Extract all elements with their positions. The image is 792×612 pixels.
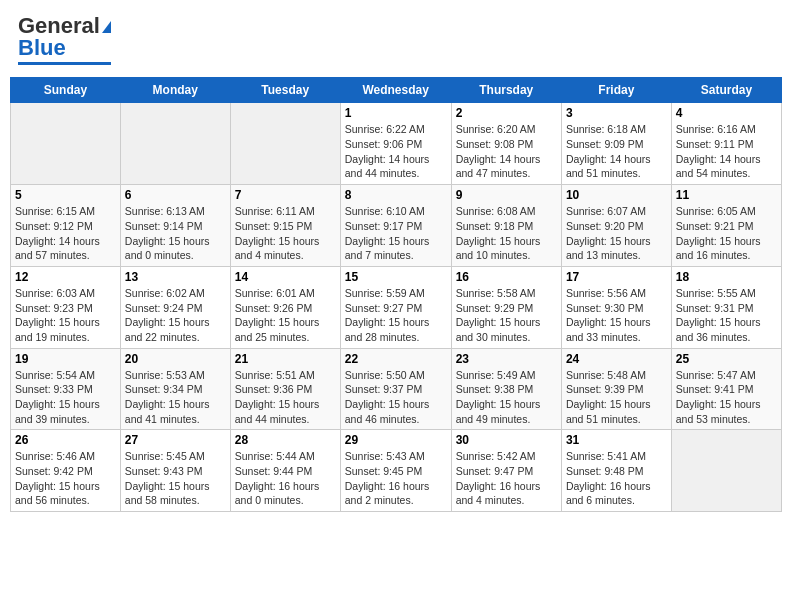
- day-number: 17: [566, 270, 667, 284]
- calendar-day-cell: 1Sunrise: 6:22 AMSunset: 9:06 PMDaylight…: [340, 103, 451, 185]
- calendar-day-cell: 5Sunrise: 6:15 AMSunset: 9:12 PMDaylight…: [11, 185, 121, 267]
- day-number: 14: [235, 270, 336, 284]
- day-info: Sunrise: 6:22 AMSunset: 9:06 PMDaylight:…: [345, 122, 447, 181]
- day-header: Friday: [561, 78, 671, 103]
- day-number: 18: [676, 270, 777, 284]
- day-info: Sunrise: 6:02 AMSunset: 9:24 PMDaylight:…: [125, 286, 226, 345]
- day-header: Saturday: [671, 78, 781, 103]
- day-header: Monday: [120, 78, 230, 103]
- day-info: Sunrise: 5:51 AMSunset: 9:36 PMDaylight:…: [235, 368, 336, 427]
- calendar-day-cell: 19Sunrise: 5:54 AMSunset: 9:33 PMDayligh…: [11, 348, 121, 430]
- day-info: Sunrise: 5:43 AMSunset: 9:45 PMDaylight:…: [345, 449, 447, 508]
- day-number: 7: [235, 188, 336, 202]
- calendar-day-cell: 18Sunrise: 5:55 AMSunset: 9:31 PMDayligh…: [671, 266, 781, 348]
- calendar-week-row: 1Sunrise: 6:22 AMSunset: 9:06 PMDaylight…: [11, 103, 782, 185]
- calendar-week-row: 26Sunrise: 5:46 AMSunset: 9:42 PMDayligh…: [11, 430, 782, 512]
- day-number: 22: [345, 352, 447, 366]
- day-info: Sunrise: 5:48 AMSunset: 9:39 PMDaylight:…: [566, 368, 667, 427]
- calendar-day-cell: 28Sunrise: 5:44 AMSunset: 9:44 PMDayligh…: [230, 430, 340, 512]
- day-number: 11: [676, 188, 777, 202]
- calendar-day-cell: 20Sunrise: 5:53 AMSunset: 9:34 PMDayligh…: [120, 348, 230, 430]
- day-number: 16: [456, 270, 557, 284]
- day-info: Sunrise: 6:13 AMSunset: 9:14 PMDaylight:…: [125, 204, 226, 263]
- day-number: 28: [235, 433, 336, 447]
- day-info: Sunrise: 5:53 AMSunset: 9:34 PMDaylight:…: [125, 368, 226, 427]
- calendar-day-cell: 15Sunrise: 5:59 AMSunset: 9:27 PMDayligh…: [340, 266, 451, 348]
- calendar-day-cell: 13Sunrise: 6:02 AMSunset: 9:24 PMDayligh…: [120, 266, 230, 348]
- calendar-week-row: 5Sunrise: 6:15 AMSunset: 9:12 PMDaylight…: [11, 185, 782, 267]
- day-number: 10: [566, 188, 667, 202]
- calendar-day-cell: 11Sunrise: 6:05 AMSunset: 9:21 PMDayligh…: [671, 185, 781, 267]
- calendar-day-cell: 17Sunrise: 5:56 AMSunset: 9:30 PMDayligh…: [561, 266, 671, 348]
- day-info: Sunrise: 6:10 AMSunset: 9:17 PMDaylight:…: [345, 204, 447, 263]
- day-info: Sunrise: 6:05 AMSunset: 9:21 PMDaylight:…: [676, 204, 777, 263]
- calendar-day-cell: 14Sunrise: 6:01 AMSunset: 9:26 PMDayligh…: [230, 266, 340, 348]
- day-info: Sunrise: 5:54 AMSunset: 9:33 PMDaylight:…: [15, 368, 116, 427]
- calendar-day-cell: 6Sunrise: 6:13 AMSunset: 9:14 PMDaylight…: [120, 185, 230, 267]
- calendar-day-cell: 7Sunrise: 6:11 AMSunset: 9:15 PMDaylight…: [230, 185, 340, 267]
- calendar-day-cell: 27Sunrise: 5:45 AMSunset: 9:43 PMDayligh…: [120, 430, 230, 512]
- day-header: Tuesday: [230, 78, 340, 103]
- day-info: Sunrise: 5:47 AMSunset: 9:41 PMDaylight:…: [676, 368, 777, 427]
- day-info: Sunrise: 6:11 AMSunset: 9:15 PMDaylight:…: [235, 204, 336, 263]
- day-info: Sunrise: 6:08 AMSunset: 9:18 PMDaylight:…: [456, 204, 557, 263]
- day-info: Sunrise: 5:49 AMSunset: 9:38 PMDaylight:…: [456, 368, 557, 427]
- calendar-day-cell: 23Sunrise: 5:49 AMSunset: 9:38 PMDayligh…: [451, 348, 561, 430]
- page-header: General Blue: [10, 10, 782, 69]
- day-number: 23: [456, 352, 557, 366]
- calendar-day-cell: 4Sunrise: 6:16 AMSunset: 9:11 PMDaylight…: [671, 103, 781, 185]
- day-number: 30: [456, 433, 557, 447]
- day-info: Sunrise: 6:18 AMSunset: 9:09 PMDaylight:…: [566, 122, 667, 181]
- day-info: Sunrise: 6:16 AMSunset: 9:11 PMDaylight:…: [676, 122, 777, 181]
- day-info: Sunrise: 5:44 AMSunset: 9:44 PMDaylight:…: [235, 449, 336, 508]
- calendar-day-cell: 29Sunrise: 5:43 AMSunset: 9:45 PMDayligh…: [340, 430, 451, 512]
- day-info: Sunrise: 6:03 AMSunset: 9:23 PMDaylight:…: [15, 286, 116, 345]
- calendar-day-cell: 25Sunrise: 5:47 AMSunset: 9:41 PMDayligh…: [671, 348, 781, 430]
- day-number: 27: [125, 433, 226, 447]
- day-number: 12: [15, 270, 116, 284]
- calendar-day-cell: [120, 103, 230, 185]
- day-number: 13: [125, 270, 226, 284]
- day-number: 9: [456, 188, 557, 202]
- logo-line: [18, 62, 111, 65]
- day-info: Sunrise: 6:07 AMSunset: 9:20 PMDaylight:…: [566, 204, 667, 263]
- calendar-day-cell: [11, 103, 121, 185]
- calendar-day-cell: 16Sunrise: 5:58 AMSunset: 9:29 PMDayligh…: [451, 266, 561, 348]
- calendar-day-cell: 26Sunrise: 5:46 AMSunset: 9:42 PMDayligh…: [11, 430, 121, 512]
- day-info: Sunrise: 5:46 AMSunset: 9:42 PMDaylight:…: [15, 449, 116, 508]
- calendar-day-cell: 22Sunrise: 5:50 AMSunset: 9:37 PMDayligh…: [340, 348, 451, 430]
- day-header: Sunday: [11, 78, 121, 103]
- day-info: Sunrise: 6:01 AMSunset: 9:26 PMDaylight:…: [235, 286, 336, 345]
- day-info: Sunrise: 5:41 AMSunset: 9:48 PMDaylight:…: [566, 449, 667, 508]
- day-number: 8: [345, 188, 447, 202]
- calendar-day-cell: [230, 103, 340, 185]
- day-header: Thursday: [451, 78, 561, 103]
- calendar-day-cell: 24Sunrise: 5:48 AMSunset: 9:39 PMDayligh…: [561, 348, 671, 430]
- day-number: 4: [676, 106, 777, 120]
- calendar-day-cell: [671, 430, 781, 512]
- day-number: 26: [15, 433, 116, 447]
- logo-blue-text: Blue: [18, 36, 66, 60]
- calendar-day-cell: 21Sunrise: 5:51 AMSunset: 9:36 PMDayligh…: [230, 348, 340, 430]
- day-number: 15: [345, 270, 447, 284]
- calendar-day-cell: 9Sunrise: 6:08 AMSunset: 9:18 PMDaylight…: [451, 185, 561, 267]
- calendar-day-cell: 30Sunrise: 5:42 AMSunset: 9:47 PMDayligh…: [451, 430, 561, 512]
- day-info: Sunrise: 5:55 AMSunset: 9:31 PMDaylight:…: [676, 286, 777, 345]
- day-number: 21: [235, 352, 336, 366]
- calendar-day-cell: 12Sunrise: 6:03 AMSunset: 9:23 PMDayligh…: [11, 266, 121, 348]
- calendar-day-cell: 10Sunrise: 6:07 AMSunset: 9:20 PMDayligh…: [561, 185, 671, 267]
- calendar-day-cell: 8Sunrise: 6:10 AMSunset: 9:17 PMDaylight…: [340, 185, 451, 267]
- calendar-week-row: 12Sunrise: 6:03 AMSunset: 9:23 PMDayligh…: [11, 266, 782, 348]
- day-number: 6: [125, 188, 226, 202]
- day-info: Sunrise: 5:56 AMSunset: 9:30 PMDaylight:…: [566, 286, 667, 345]
- day-info: Sunrise: 5:45 AMSunset: 9:43 PMDaylight:…: [125, 449, 226, 508]
- calendar-week-row: 19Sunrise: 5:54 AMSunset: 9:33 PMDayligh…: [11, 348, 782, 430]
- day-info: Sunrise: 5:58 AMSunset: 9:29 PMDaylight:…: [456, 286, 557, 345]
- calendar-day-cell: 2Sunrise: 6:20 AMSunset: 9:08 PMDaylight…: [451, 103, 561, 185]
- logo: General Blue: [18, 14, 111, 65]
- day-number: 2: [456, 106, 557, 120]
- day-info: Sunrise: 6:20 AMSunset: 9:08 PMDaylight:…: [456, 122, 557, 181]
- calendar-day-cell: 3Sunrise: 6:18 AMSunset: 9:09 PMDaylight…: [561, 103, 671, 185]
- calendar-table: SundayMondayTuesdayWednesdayThursdayFrid…: [10, 77, 782, 512]
- day-number: 29: [345, 433, 447, 447]
